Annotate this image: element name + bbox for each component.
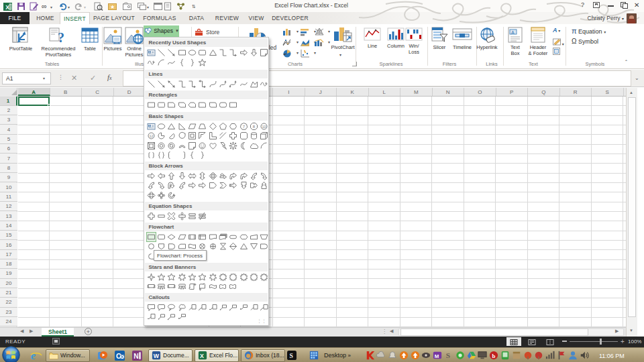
- svg-text:b: b: [492, 352, 495, 359]
- svg-text:e: e: [31, 350, 36, 361]
- svg-text:7: 7: [242, 124, 245, 128]
- svg-text:10: 10: [262, 124, 266, 128]
- svg-text:A: A: [511, 30, 515, 35]
- svg-text:M: M: [435, 353, 439, 359]
- svg-text:S: S: [290, 351, 293, 359]
- svg-text:?: ?: [58, 30, 64, 45]
- svg-text:12: 12: [149, 134, 153, 138]
- svg-text:S: S: [446, 351, 450, 359]
- svg-text:W: W: [154, 353, 160, 359]
- svg-text:8: 8: [253, 124, 256, 128]
- svg-text:X: X: [200, 353, 204, 359]
- svg-text:N: N: [133, 352, 138, 359]
